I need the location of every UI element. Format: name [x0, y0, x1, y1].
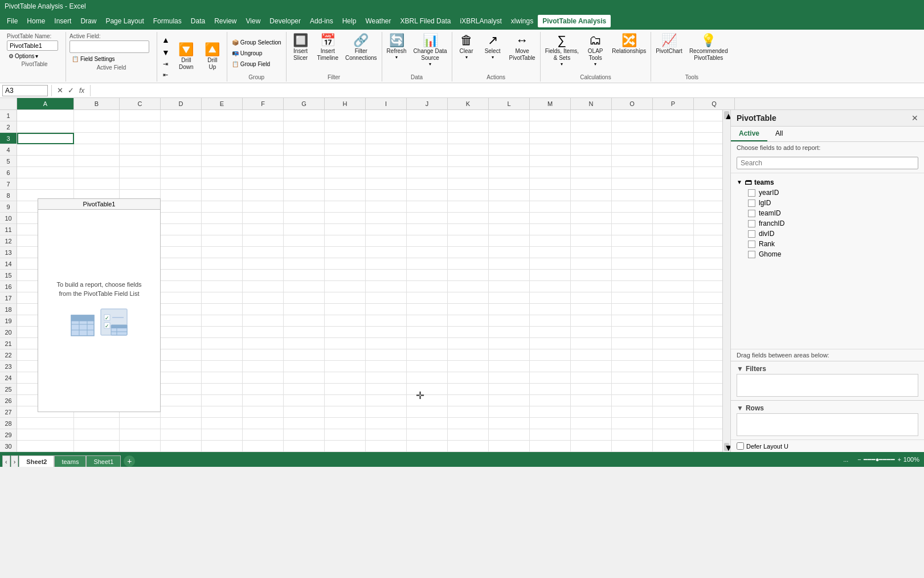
cell-M4[interactable]: [530, 144, 571, 156]
cell-O1[interactable]: [612, 110, 653, 121]
cell-H8[interactable]: [325, 190, 366, 201]
cell-G9[interactable]: [284, 201, 325, 213]
menu-item-weather[interactable]: Weather: [361, 15, 395, 27]
cell-A14[interactable]: [17, 258, 74, 270]
cell-J15[interactable]: [407, 270, 448, 281]
cell-H25[interactable]: [325, 384, 366, 395]
panel-tab-active[interactable]: Active: [731, 127, 767, 141]
fields-items-sets-button[interactable]: ∑ Fields, Items, & Sets ▾: [543, 33, 581, 68]
field-checkbox-lgID[interactable]: [748, 200, 755, 207]
cell-E15[interactable]: [202, 270, 243, 281]
cell-J17[interactable]: [407, 292, 448, 304]
cell-F28[interactable]: [243, 418, 284, 429]
cell-N15[interactable]: [571, 270, 612, 281]
cell-N5[interactable]: [571, 156, 612, 167]
cell-C26[interactable]: [120, 395, 161, 406]
cell-M22[interactable]: [530, 349, 571, 361]
cell-E6[interactable]: [202, 167, 243, 178]
cell-O15[interactable]: [612, 270, 653, 281]
row-number-15[interactable]: 15: [0, 270, 17, 281]
cell-H23[interactable]: [325, 361, 366, 372]
cell-K26[interactable]: [448, 395, 489, 406]
cell-F21[interactable]: [243, 338, 284, 349]
col-header-G[interactable]: G: [284, 98, 325, 109]
cell-M5[interactable]: [530, 156, 571, 167]
cell-L21[interactable]: [489, 338, 530, 349]
cell-K12[interactable]: [448, 235, 489, 247]
cell-L9[interactable]: [489, 201, 530, 213]
cell-M9[interactable]: [530, 201, 571, 213]
cell-A16[interactable]: [17, 281, 74, 292]
cell-I11[interactable]: [366, 224, 407, 235]
col-header-F[interactable]: F: [243, 98, 284, 109]
cell-I9[interactable]: [366, 201, 407, 213]
cell-K22[interactable]: [448, 349, 489, 361]
cell-K30[interactable]: [448, 441, 489, 452]
cell-D10[interactable]: [161, 213, 202, 224]
cell-F5[interactable]: [243, 156, 284, 167]
cell-L12[interactable]: [489, 235, 530, 247]
cell-A12[interactable]: [17, 235, 74, 247]
cell-J10[interactable]: [407, 213, 448, 224]
cell-D9[interactable]: [161, 201, 202, 213]
cell-F24[interactable]: [243, 372, 284, 384]
cell-I6[interactable]: [366, 167, 407, 178]
cell-D16[interactable]: [161, 281, 202, 292]
cell-A21[interactable]: [17, 338, 74, 349]
cell-P20[interactable]: [653, 327, 694, 338]
col-header-N[interactable]: N: [571, 98, 612, 109]
cell-Q7[interactable]: [694, 178, 722, 190]
cell-M21[interactable]: [530, 338, 571, 349]
cell-J9[interactable]: [407, 201, 448, 213]
cell-E5[interactable]: [202, 156, 243, 167]
cell-P1[interactable]: [653, 110, 694, 121]
select-button[interactable]: ↗ Select ▾: [481, 33, 505, 61]
cell-L11[interactable]: [489, 224, 530, 235]
cell-N14[interactable]: [571, 258, 612, 270]
cell-I3[interactable]: [366, 133, 407, 144]
cell-A11[interactable]: [17, 224, 74, 235]
cell-L1[interactable]: [489, 110, 530, 121]
cell-E28[interactable]: [202, 418, 243, 429]
col-header-L[interactable]: L: [489, 98, 530, 109]
cell-G10[interactable]: [284, 213, 325, 224]
col-header-I[interactable]: I: [366, 98, 407, 109]
cell-K10[interactable]: [448, 213, 489, 224]
cell-H21[interactable]: [325, 338, 366, 349]
cell-J30[interactable]: [407, 441, 448, 452]
cell-Q15[interactable]: [694, 270, 722, 281]
cell-A4[interactable]: [17, 144, 74, 156]
cell-E4[interactable]: [202, 144, 243, 156]
cell-F19[interactable]: [243, 315, 284, 327]
cell-A18[interactable]: [17, 304, 74, 315]
cell-O8[interactable]: [612, 190, 653, 201]
cell-O6[interactable]: [612, 167, 653, 178]
cell-A25[interactable]: [17, 384, 74, 395]
cell-J25[interactable]: [407, 384, 448, 395]
cell-C27[interactable]: [120, 406, 161, 418]
row-number-6[interactable]: 6: [0, 167, 17, 178]
cell-G28[interactable]: [284, 418, 325, 429]
cell-E12[interactable]: [202, 235, 243, 247]
cell-J4[interactable]: [407, 144, 448, 156]
cell-I24[interactable]: [366, 372, 407, 384]
cell-K2[interactable]: [448, 121, 489, 133]
cell-N10[interactable]: [571, 213, 612, 224]
cell-P21[interactable]: [653, 338, 694, 349]
cell-A28[interactable]: [17, 418, 74, 429]
cell-O17[interactable]: [612, 292, 653, 304]
row-number-16[interactable]: 16: [0, 281, 17, 292]
cell-D28[interactable]: [161, 418, 202, 429]
cell-N19[interactable]: [571, 315, 612, 327]
cell-P22[interactable]: [653, 349, 694, 361]
cell-Q8[interactable]: [694, 190, 722, 201]
scroll-down-button[interactable]: ▼: [724, 443, 729, 451]
row-number-24[interactable]: 24: [0, 372, 17, 384]
col-header-E[interactable]: E: [202, 98, 243, 109]
cell-J21[interactable]: [407, 338, 448, 349]
cell-J18[interactable]: [407, 304, 448, 315]
ungroup-button[interactable]: 📭 Ungroup: [230, 49, 284, 58]
col-header-H[interactable]: H: [325, 98, 366, 109]
cell-Q16[interactable]: [694, 281, 722, 292]
cell-A1[interactable]: [17, 110, 74, 121]
